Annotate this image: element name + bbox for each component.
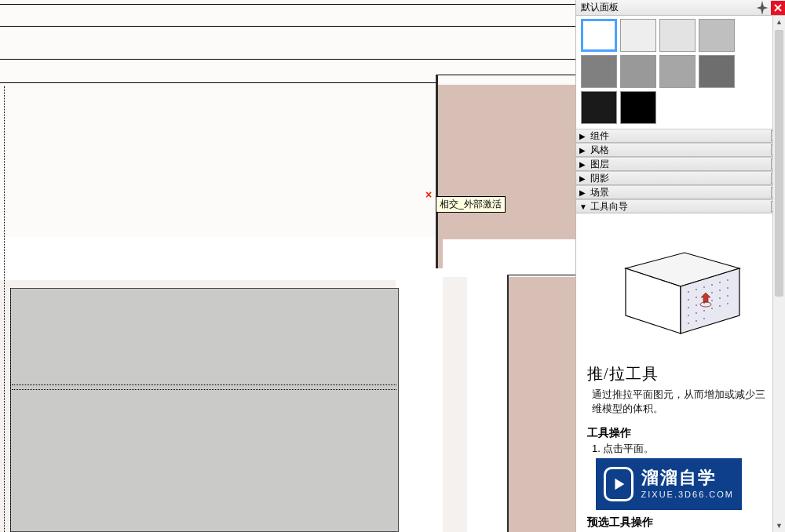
viewport-3d[interactable]: × 相交_外部激活 (0, 0, 575, 532)
scroll-up-icon[interactable]: ▲ (773, 16, 785, 28)
play-icon (604, 467, 633, 501)
svg-point-26 (727, 303, 728, 304)
frame-right (467, 275, 508, 532)
svg-point-29 (703, 318, 705, 319)
svg-point-18 (711, 300, 713, 301)
material-swatches: ◢ (576, 16, 785, 129)
swatch[interactable] (581, 55, 617, 88)
svg-point-22 (696, 312, 697, 314)
frame-top (0, 237, 436, 280)
svg-point-12 (711, 292, 713, 293)
watermark-logo: 溜溜自学 ZIXUE.3D66.COM (596, 458, 742, 510)
tool-description: 通过推拉平面图元，从而增加或减少三维模型的体积。 (592, 388, 769, 415)
model-edge (0, 59, 575, 60)
svg-point-5 (703, 286, 705, 288)
svg-point-25 (719, 305, 721, 307)
accordion-instructor[interactable]: ▼ 工具向导 × (576, 199, 785, 213)
model-edge (0, 26, 575, 27)
scroll-down-icon[interactable]: ▼ (773, 519, 785, 532)
svg-point-9 (688, 299, 689, 301)
accordion-label: 阴影 (590, 172, 771, 185)
wall-surface (506, 275, 575, 532)
guide-line (12, 384, 396, 385)
accordion-label: 工具向导 (590, 200, 771, 213)
intersection-cursor-icon: × (425, 188, 432, 201)
default-tray-panel: 默认面板 ◢ ▶ 组件 × (575, 0, 785, 532)
accordion-layers[interactable]: ▶ 图层 × (576, 157, 785, 171)
accordion-scenes[interactable]: ▶ 场景 × (576, 185, 785, 199)
ceiling-surface (0, 85, 436, 238)
model-edge (0, 4, 575, 5)
svg-point-8 (727, 279, 728, 281)
swatch-white[interactable] (581, 19, 617, 52)
chevron-down-icon: ▼ (579, 202, 590, 211)
swatch[interactable] (699, 19, 735, 52)
chevron-right-icon: ▶ (579, 132, 590, 140)
tool-illustration (587, 223, 774, 360)
guide-line (4, 86, 5, 532)
chevron-right-icon: ▶ (579, 174, 590, 183)
watermark-subtitle: ZIXUE.3D66.COM (641, 490, 734, 499)
accordion-shadows[interactable]: ▶ 阴影 × (576, 171, 785, 185)
accordion-label: 场景 (590, 186, 771, 199)
tool-step: 1. 点击平面。 (592, 442, 774, 456)
svg-point-14 (727, 287, 728, 289)
accordion-label: 风格 (590, 144, 771, 157)
watermark-title: 溜溜自学 (641, 469, 734, 486)
accordion-components[interactable]: ▶ 组件 × (576, 129, 785, 143)
swatch[interactable] (620, 19, 656, 52)
frame-right (396, 268, 443, 532)
accordion-label: 组件 (590, 129, 771, 143)
tool-preselect-header: 预选工具操作 (587, 516, 774, 530)
svg-point-19 (719, 297, 721, 299)
guide-line (10, 288, 11, 532)
model-edge (436, 75, 575, 75)
swatch[interactable] (620, 55, 656, 88)
glass-pane (10, 288, 399, 532)
svg-point-21 (688, 315, 689, 316)
svg-point-7 (719, 282, 721, 283)
viewport-tooltip: 相交_外部激活 (436, 196, 506, 213)
model-edge (0, 82, 436, 83)
svg-point-24 (711, 308, 713, 309)
svg-point-13 (719, 290, 721, 291)
panel-close-button[interactable] (771, 1, 785, 15)
model-edge (509, 275, 575, 275)
pin-icon[interactable] (755, 1, 769, 15)
swatch[interactable] (581, 91, 617, 124)
svg-point-4 (696, 289, 697, 290)
scrollbar-thumb[interactable] (775, 30, 783, 297)
chevron-right-icon: ▶ (579, 188, 590, 197)
panel-titlebar[interactable]: 默认面板 (576, 0, 785, 16)
tool-ops-header: 工具操作 (587, 426, 774, 440)
guide-line (12, 389, 396, 390)
svg-point-15 (688, 307, 689, 308)
svg-point-20 (727, 295, 728, 297)
tool-title: 推/拉工具 (587, 363, 774, 384)
svg-point-28 (696, 320, 697, 322)
frame-top (443, 239, 575, 277)
accordion-styles[interactable]: ▶ 风格 × (576, 143, 785, 157)
accordion-label: 图层 (590, 158, 771, 171)
svg-point-3 (688, 291, 689, 293)
svg-point-16 (696, 304, 697, 306)
tray-accordion: ▶ 组件 × ▶ 风格 × ▶ 图层 × ▶ 阴影 × ▶ 场景 × ▼ 工具向… (576, 129, 785, 213)
svg-point-6 (711, 284, 713, 286)
ceiling-surface (0, 0, 575, 85)
svg-point-23 (703, 310, 705, 312)
swatch[interactable] (699, 55, 735, 88)
swatch[interactable] (659, 19, 696, 52)
chevron-right-icon: ▶ (579, 146, 590, 155)
svg-point-27 (688, 322, 689, 324)
chevron-right-icon: ▶ (579, 160, 590, 169)
svg-point-10 (696, 297, 697, 298)
panel-scrollbar[interactable]: ▲ ▼ (772, 16, 785, 532)
model-edge (436, 75, 438, 269)
swatch[interactable] (659, 55, 696, 88)
model-edge (507, 275, 509, 532)
panel-title: 默认面板 (581, 1, 619, 14)
swatch[interactable] (620, 91, 656, 124)
